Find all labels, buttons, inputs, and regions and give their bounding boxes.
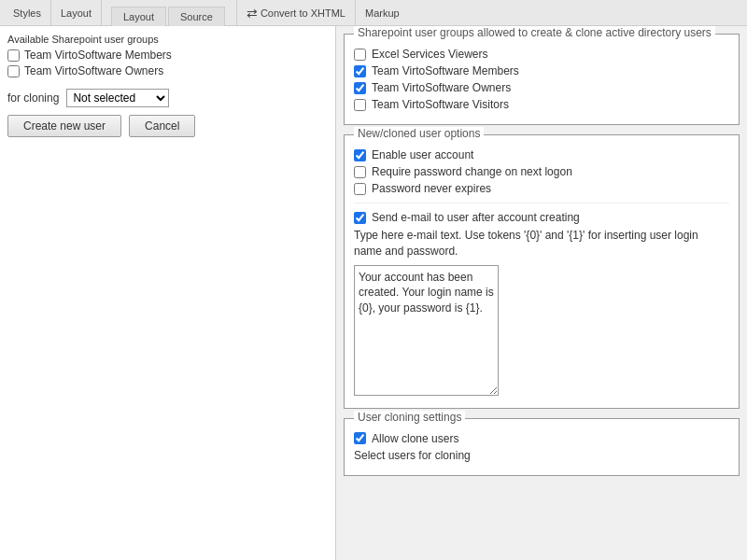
tab-layout[interactable]: Layout	[111, 7, 166, 26]
excel-viewers-checkbox[interactable]	[354, 49, 366, 61]
toolbar-styles-section: Styles	[4, 0, 51, 25]
for-cloning-row: for cloning Not selected	[7, 89, 328, 107]
left-group-owners: Team VirtoSoftware Owners	[7, 64, 328, 77]
tab-source[interactable]: Source	[168, 7, 225, 26]
user-options-content: Enable user account Require password cha…	[354, 148, 729, 399]
password-never-row: Password never expires	[354, 182, 729, 195]
user-options-title: New/cloned user options	[354, 127, 484, 140]
cloning-settings-content: Allow clone users Select users for cloni…	[354, 432, 729, 462]
allow-clone-row: Allow clone users	[354, 432, 729, 445]
toolbar-markup-section: Markup	[356, 0, 409, 25]
enable-account-checkbox[interactable]	[354, 149, 366, 161]
cancel-button[interactable]: Cancel	[129, 115, 195, 137]
password-never-checkbox[interactable]	[354, 183, 366, 195]
left-group-members-label: Team VirtoSoftware Members	[24, 49, 172, 62]
email-description: Type here e-mail text. Use tokens '{0}' …	[354, 228, 729, 259]
virtomembers-row: Team VirtoSoftware Members	[354, 64, 729, 77]
virtomembers-label: Team VirtoSoftware Members	[372, 64, 519, 77]
allow-clone-label: Allow clone users	[372, 432, 458, 445]
left-group-members-checkbox[interactable]	[7, 49, 20, 62]
select-users-label: Select users for cloning	[354, 449, 471, 462]
cloning-select[interactable]: Not selected	[66, 89, 169, 107]
email-section: Send e-mail to user after account creati…	[354, 203, 729, 399]
enable-account-row: Enable user account	[354, 148, 729, 161]
virtomembers-checkbox[interactable]	[354, 65, 366, 77]
cloning-settings-title: User cloning settings	[354, 411, 465, 424]
require-password-row: Require password change on next logon	[354, 165, 729, 178]
excel-viewers-row: Excel Services Viewers	[354, 48, 729, 61]
main-layout: Available Sharepoint user groups Team Vi…	[0, 26, 747, 560]
sharepoint-groups-title: Sharepoint user groups allowed to create…	[354, 26, 715, 39]
cloning-settings-section: User cloning settings Allow clone users …	[344, 418, 740, 476]
right-panel: Sharepoint user groups allowed to create…	[336, 26, 747, 560]
sharepoint-groups-section: Sharepoint user groups allowed to create…	[344, 34, 740, 125]
available-groups-label: Available Sharepoint user groups	[7, 34, 328, 45]
select-users-row: Select users for cloning	[354, 449, 729, 462]
for-cloning-label: for cloning	[7, 91, 59, 105]
send-email-label: Send e-mail to user after account creati…	[372, 211, 580, 224]
enable-account-label: Enable user account	[372, 148, 473, 161]
left-group-members: Team VirtoSoftware Members	[7, 49, 328, 62]
virtovisitors-checkbox[interactable]	[354, 99, 366, 111]
password-never-label: Password never expires	[372, 182, 491, 195]
toolbar-convert-section: ⇄ Convert to XHTML	[237, 0, 356, 25]
left-group-owners-label: Team VirtoSoftware Owners	[24, 64, 163, 77]
left-panel: Available Sharepoint user groups Team Vi…	[0, 26, 336, 560]
convert-xhtml-button[interactable]: ⇄ Convert to XHTML	[247, 6, 345, 21]
toolbar-layout-section: Layout	[51, 0, 102, 25]
virtoowners-checkbox[interactable]	[354, 82, 366, 94]
virtoowners-label: Team VirtoSoftware Owners	[372, 81, 511, 94]
require-password-label: Require password change on next logon	[372, 165, 572, 178]
email-body-textarea[interactable]: Your account has been created. Your logi…	[354, 265, 499, 396]
action-buttons: Create new user Cancel	[7, 115, 328, 137]
virtovisitors-row: Team VirtoSoftware Visitors	[354, 98, 729, 111]
layout-label: Layout	[61, 7, 92, 19]
create-new-user-button[interactable]: Create new user	[7, 115, 121, 137]
require-password-checkbox[interactable]	[354, 166, 366, 178]
convert-label: Convert to XHTML	[261, 7, 345, 19]
sharepoint-groups-content: Excel Services Viewers Team VirtoSoftwar…	[354, 48, 729, 111]
convert-icon: ⇄	[247, 6, 258, 21]
virtovisitors-label: Team VirtoSoftware Visitors	[372, 98, 509, 111]
user-options-section: New/cloned user options Enable user acco…	[344, 134, 740, 409]
styles-label: Styles	[13, 7, 41, 19]
toolbar: Styles Layout Layout Source ⇄ Convert to…	[0, 0, 747, 26]
excel-viewers-label: Excel Services Viewers	[372, 48, 488, 61]
send-email-checkbox[interactable]	[354, 212, 366, 224]
markup-label: Markup	[365, 7, 400, 19]
toolbar-tabs-section: Layout Source	[102, 0, 237, 26]
left-group-owners-checkbox[interactable]	[7, 65, 20, 77]
virtoowners-row: Team VirtoSoftware Owners	[354, 81, 729, 94]
allow-clone-checkbox[interactable]	[354, 432, 366, 444]
email-label-row: Send e-mail to user after account creati…	[354, 211, 729, 224]
